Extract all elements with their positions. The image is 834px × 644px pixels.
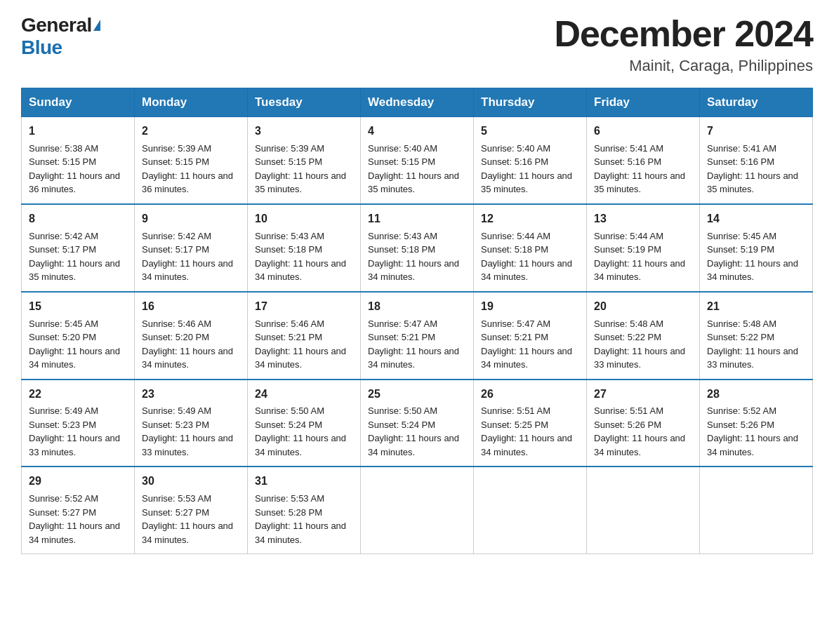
- day-number: 13: [594, 210, 692, 228]
- calendar-week-row: 8Sunrise: 5:42 AMSunset: 5:17 PMDaylight…: [22, 204, 813, 292]
- weekday-header-wednesday: Wednesday: [361, 88, 474, 117]
- calendar-cell: 18Sunrise: 5:47 AMSunset: 5:21 PMDayligh…: [361, 292, 474, 380]
- calendar-cell: [474, 467, 587, 554]
- calendar-cell: 12Sunrise: 5:44 AMSunset: 5:18 PMDayligh…: [474, 204, 587, 292]
- weekday-header-tuesday: Tuesday: [248, 88, 361, 117]
- weekday-header-saturday: Saturday: [700, 88, 813, 117]
- day-info: Sunrise: 5:40 AMSunset: 5:15 PMDaylight:…: [368, 142, 466, 196]
- day-info: Sunrise: 5:52 AMSunset: 5:26 PMDaylight:…: [707, 404, 805, 459]
- day-number: 26: [481, 386, 579, 403]
- calendar-cell: 3Sunrise: 5:39 AMSunset: 5:15 PMDaylight…: [248, 117, 361, 204]
- day-info: Sunrise: 5:49 AMSunset: 5:23 PMDaylight:…: [29, 404, 127, 459]
- calendar-cell: 15Sunrise: 5:45 AMSunset: 5:20 PMDayligh…: [22, 292, 135, 380]
- logo-general-text: General: [21, 14, 92, 36]
- logo-triangle-icon: [93, 20, 100, 31]
- logo: General Blue: [21, 14, 100, 59]
- weekday-header-friday: Friday: [587, 88, 700, 117]
- day-number: 21: [707, 298, 805, 316]
- day-info: Sunrise: 5:47 AMSunset: 5:21 PMDaylight:…: [481, 317, 579, 372]
- day-info: Sunrise: 5:51 AMSunset: 5:26 PMDaylight:…: [594, 404, 692, 459]
- day-number: 18: [368, 298, 466, 316]
- day-info: Sunrise: 5:38 AMSunset: 5:15 PMDaylight:…: [29, 142, 127, 196]
- day-info: Sunrise: 5:48 AMSunset: 5:22 PMDaylight:…: [707, 317, 805, 372]
- calendar-week-row: 15Sunrise: 5:45 AMSunset: 5:20 PMDayligh…: [22, 292, 813, 380]
- day-number: 31: [255, 473, 353, 490]
- day-number: 4: [368, 123, 466, 140]
- logo-blue-text: Blue: [21, 36, 62, 59]
- location-title: Mainit, Caraga, Philippines: [554, 57, 813, 75]
- day-number: 27: [594, 386, 692, 403]
- day-number: 5: [481, 123, 579, 140]
- calendar-cell: 7Sunrise: 5:41 AMSunset: 5:16 PMDaylight…: [700, 117, 813, 204]
- calendar-cell: 17Sunrise: 5:46 AMSunset: 5:21 PMDayligh…: [248, 292, 361, 380]
- day-info: Sunrise: 5:46 AMSunset: 5:20 PMDaylight:…: [142, 317, 240, 372]
- day-info: Sunrise: 5:51 AMSunset: 5:25 PMDaylight:…: [481, 404, 579, 459]
- day-number: 15: [29, 298, 127, 316]
- calendar-cell: 1Sunrise: 5:38 AMSunset: 5:15 PMDaylight…: [22, 117, 135, 204]
- calendar-cell: 6Sunrise: 5:41 AMSunset: 5:16 PMDaylight…: [587, 117, 700, 204]
- day-number: 16: [142, 298, 240, 316]
- calendar-cell: 9Sunrise: 5:42 AMSunset: 5:17 PMDaylight…: [135, 204, 248, 292]
- day-info: Sunrise: 5:48 AMSunset: 5:22 PMDaylight:…: [594, 317, 692, 372]
- calendar-cell: 27Sunrise: 5:51 AMSunset: 5:26 PMDayligh…: [587, 380, 700, 467]
- day-number: 14: [707, 210, 805, 228]
- day-info: Sunrise: 5:53 AMSunset: 5:27 PMDaylight:…: [142, 492, 240, 546]
- day-number: 12: [481, 210, 579, 228]
- calendar-cell: 19Sunrise: 5:47 AMSunset: 5:21 PMDayligh…: [474, 292, 587, 380]
- title-block: December 2024 Mainit, Caraga, Philippine…: [554, 14, 813, 75]
- calendar-cell: 30Sunrise: 5:53 AMSunset: 5:27 PMDayligh…: [135, 467, 248, 554]
- calendar-cell: 5Sunrise: 5:40 AMSunset: 5:16 PMDaylight…: [474, 117, 587, 204]
- day-number: 22: [29, 386, 127, 403]
- calendar-cell: 28Sunrise: 5:52 AMSunset: 5:26 PMDayligh…: [700, 380, 813, 467]
- day-info: Sunrise: 5:41 AMSunset: 5:16 PMDaylight:…: [594, 142, 692, 196]
- day-number: 25: [368, 386, 466, 403]
- day-info: Sunrise: 5:45 AMSunset: 5:19 PMDaylight:…: [707, 229, 805, 284]
- calendar-cell: 29Sunrise: 5:52 AMSunset: 5:27 PMDayligh…: [22, 467, 135, 554]
- day-info: Sunrise: 5:50 AMSunset: 5:24 PMDaylight:…: [368, 404, 466, 459]
- calendar-cell: 21Sunrise: 5:48 AMSunset: 5:22 PMDayligh…: [700, 292, 813, 380]
- day-info: Sunrise: 5:39 AMSunset: 5:15 PMDaylight:…: [142, 142, 240, 196]
- day-number: 8: [29, 210, 127, 228]
- day-info: Sunrise: 5:40 AMSunset: 5:16 PMDaylight:…: [481, 142, 579, 196]
- day-info: Sunrise: 5:42 AMSunset: 5:17 PMDaylight:…: [142, 229, 240, 284]
- day-info: Sunrise: 5:44 AMSunset: 5:19 PMDaylight:…: [594, 229, 692, 284]
- calendar-cell: 16Sunrise: 5:46 AMSunset: 5:20 PMDayligh…: [135, 292, 248, 380]
- calendar-cell: [700, 467, 813, 554]
- calendar-cell: 4Sunrise: 5:40 AMSunset: 5:15 PMDaylight…: [361, 117, 474, 204]
- calendar-cell: 24Sunrise: 5:50 AMSunset: 5:24 PMDayligh…: [248, 380, 361, 467]
- day-number: 19: [481, 298, 579, 316]
- day-info: Sunrise: 5:44 AMSunset: 5:18 PMDaylight:…: [481, 229, 579, 284]
- calendar-cell: 8Sunrise: 5:42 AMSunset: 5:17 PMDaylight…: [22, 204, 135, 292]
- calendar-cell: 13Sunrise: 5:44 AMSunset: 5:19 PMDayligh…: [587, 204, 700, 292]
- day-info: Sunrise: 5:49 AMSunset: 5:23 PMDaylight:…: [142, 404, 240, 459]
- calendar-cell: 31Sunrise: 5:53 AMSunset: 5:28 PMDayligh…: [248, 467, 361, 554]
- calendar-cell: 25Sunrise: 5:50 AMSunset: 5:24 PMDayligh…: [361, 380, 474, 467]
- calendar-cell: 11Sunrise: 5:43 AMSunset: 5:18 PMDayligh…: [361, 204, 474, 292]
- day-number: 10: [255, 210, 353, 228]
- day-number: 1: [29, 123, 127, 140]
- calendar-cell: [361, 467, 474, 554]
- day-number: 11: [368, 210, 466, 228]
- calendar-cell: 2Sunrise: 5:39 AMSunset: 5:15 PMDaylight…: [135, 117, 248, 204]
- day-number: 20: [594, 298, 692, 316]
- day-number: 9: [142, 210, 240, 228]
- day-info: Sunrise: 5:41 AMSunset: 5:16 PMDaylight:…: [707, 142, 805, 196]
- day-number: 6: [594, 123, 692, 140]
- weekday-header-thursday: Thursday: [474, 88, 587, 117]
- day-number: 3: [255, 123, 353, 140]
- day-number: 7: [707, 123, 805, 140]
- calendar-cell: [587, 467, 700, 554]
- calendar-week-row: 29Sunrise: 5:52 AMSunset: 5:27 PMDayligh…: [22, 467, 813, 554]
- day-info: Sunrise: 5:50 AMSunset: 5:24 PMDaylight:…: [255, 404, 353, 459]
- calendar-cell: 22Sunrise: 5:49 AMSunset: 5:23 PMDayligh…: [22, 380, 135, 467]
- day-info: Sunrise: 5:45 AMSunset: 5:20 PMDaylight:…: [29, 317, 127, 372]
- page-header: General Blue December 2024 Mainit, Carag…: [21, 14, 813, 75]
- day-info: Sunrise: 5:53 AMSunset: 5:28 PMDaylight:…: [255, 492, 353, 546]
- day-number: 28: [707, 386, 805, 403]
- calendar-cell: 26Sunrise: 5:51 AMSunset: 5:25 PMDayligh…: [474, 380, 587, 467]
- calendar-week-row: 1Sunrise: 5:38 AMSunset: 5:15 PMDaylight…: [22, 117, 813, 204]
- weekday-header-sunday: Sunday: [22, 88, 135, 117]
- day-info: Sunrise: 5:47 AMSunset: 5:21 PMDaylight:…: [368, 317, 466, 372]
- calendar-cell: 23Sunrise: 5:49 AMSunset: 5:23 PMDayligh…: [135, 380, 248, 467]
- day-info: Sunrise: 5:43 AMSunset: 5:18 PMDaylight:…: [368, 229, 466, 284]
